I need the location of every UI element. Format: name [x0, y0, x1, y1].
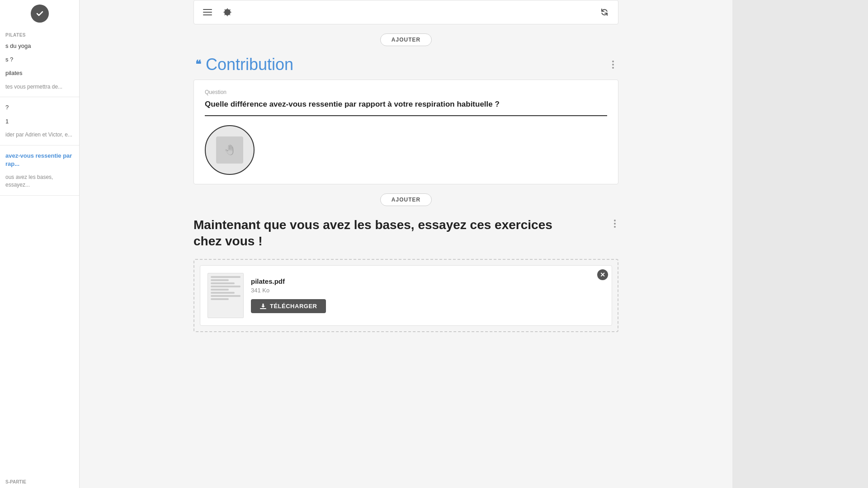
sidebar-item-guider[interactable]: ider par Adrien et Victor, e... [0, 128, 79, 141]
pdf-line-3 [211, 282, 235, 284]
sidebar-divider-1 [0, 97, 79, 97]
sidebar-item-contribution[interactable]: avez-vous ressentie par rap... [0, 149, 79, 171]
svg-rect-2 [203, 14, 212, 15]
dot-1 [612, 61, 614, 62]
svg-rect-1 [203, 12, 212, 13]
sidebar-item-yoga[interactable]: s du yoga [0, 39, 79, 53]
sidebar-item-q2[interactable]: ? [0, 101, 79, 114]
svg-rect-0 [203, 9, 212, 10]
sidebar-section-pilates: PILATES [0, 30, 79, 39]
pdf-info: pilates.pdf 341 Ko TÉLÉCHARGER [251, 277, 326, 313]
sidebar-divider-3 [0, 195, 79, 196]
main-content: AJOUTER ❝ Contribution Question Quelle d… [80, 0, 732, 488]
section-big-text: Maintenant que vous avez les bases, essa… [193, 217, 582, 250]
pdf-line-1 [211, 276, 241, 278]
refresh-icon[interactable] [598, 6, 611, 19]
pdf-line-5 [211, 289, 229, 291]
pdf-line-7 [211, 295, 241, 297]
toolbar-card [193, 0, 618, 24]
sidebar-item-essayez[interactable]: ous avez les bases, essayez... [0, 171, 79, 192]
pdf-line-2 [211, 279, 229, 281]
dot-1 [614, 220, 616, 221]
pdf-download-button[interactable]: TÉLÉCHARGER [251, 299, 326, 313]
contribution-more-options[interactable] [609, 58, 617, 71]
dot-2 [614, 223, 616, 225]
pdf-thumbnail [208, 273, 244, 318]
sidebar: PILATES s du yoga s ? pilates tes vous p… [0, 0, 80, 488]
contribution-header: ❝ Contribution [193, 55, 618, 74]
settings-icon[interactable] [221, 6, 234, 19]
section-more-options[interactable] [611, 217, 618, 230]
pdf-line-6 [211, 292, 235, 294]
pdf-line-4 [211, 286, 241, 287]
quote-icon: ❝ [195, 59, 201, 70]
svg-rect-3 [260, 308, 266, 309]
right-panel [732, 0, 868, 488]
check-button[interactable] [31, 5, 49, 23]
pdf-close-button[interactable]: ✕ [597, 269, 608, 280]
pdf-container: pilates.pdf 341 Ko TÉLÉCHARGER ✕ [193, 259, 618, 332]
contribution-section: ❝ Contribution Question Quelle différenc… [193, 55, 618, 184]
question-label: Question [205, 89, 607, 95]
sidebar-item-pilates[interactable]: pilates [0, 66, 79, 80]
sidebar-item-num1[interactable]: 1 [0, 115, 79, 128]
avatar-circle[interactable]: 🤚 [205, 125, 255, 175]
avatar-area: 🤚 [205, 125, 607, 175]
question-text: Quelle différence avez-vous ressentie pa… [205, 99, 607, 116]
pdf-download-label: TÉLÉCHARGER [270, 303, 317, 310]
contribution-title: Contribution [206, 55, 293, 74]
pdf-card: pilates.pdf 341 Ko TÉLÉCHARGER ✕ [200, 265, 612, 326]
pdf-size: 341 Ko [251, 287, 326, 294]
contribution-title-group: ❝ Contribution [195, 55, 293, 74]
dot-3 [612, 67, 614, 69]
ajouter-top-button[interactable]: AJOUTER [380, 33, 432, 46]
dot-3 [614, 226, 616, 228]
content-area: AJOUTER ❝ Contribution Question Quelle d… [193, 0, 618, 350]
dot-2 [612, 64, 614, 66]
toolbar-left [201, 6, 234, 19]
sidebar-item-q1[interactable]: s ? [0, 53, 79, 66]
sidebar-item-permettra[interactable]: tes vous permettra de... [0, 80, 79, 94]
menu-icon[interactable] [201, 6, 214, 19]
contribution-card: Question Quelle différence avez-vous res… [193, 80, 618, 184]
drag-hand-icon: 🤚 [224, 144, 236, 156]
pdf-line-8 [211, 298, 229, 300]
avatar-inner: 🤚 [216, 136, 243, 164]
sidebar-divider-2 [0, 145, 79, 145]
section-text-block: Maintenant que vous avez les bases, essa… [193, 217, 618, 250]
sidebar-bottom-label: S-PARTIE [0, 476, 79, 488]
pdf-filename: pilates.pdf [251, 277, 326, 285]
ajouter-bottom-button[interactable]: AJOUTER [380, 193, 432, 206]
